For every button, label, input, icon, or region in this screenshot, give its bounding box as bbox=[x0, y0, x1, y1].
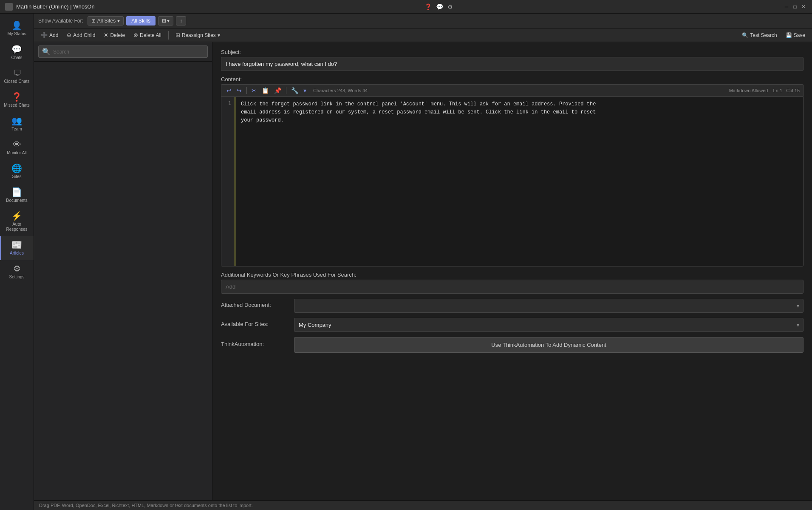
all-skills-button[interactable]: All Skills bbox=[126, 16, 156, 26]
search-input[interactable] bbox=[53, 49, 204, 55]
left-panel: 🔍 bbox=[34, 42, 212, 500]
add-child-icon: ⊕ bbox=[67, 32, 71, 38]
redo-button[interactable]: ↪ bbox=[235, 86, 243, 95]
sidebar-item-chats[interactable]: 💬 Chats bbox=[0, 41, 34, 65]
search-input-wrap: 🔍 bbox=[38, 45, 208, 58]
format-chevron[interactable]: ▾ bbox=[302, 86, 308, 95]
available-sites-label: Available For Sites: bbox=[221, 321, 289, 327]
app-icon bbox=[5, 3, 13, 11]
sidebar-item-team[interactable]: 👥 Team bbox=[0, 112, 34, 136]
sidebar-label-auto-responses: Auto Responses bbox=[2, 222, 32, 232]
sidebar-label-team: Team bbox=[11, 127, 22, 132]
editor-wrap[interactable]: 1 Click the forgot password link in the … bbox=[221, 96, 804, 266]
monitor-all-icon: 👁 bbox=[13, 140, 21, 149]
missed-chats-icon: ❓ bbox=[11, 93, 22, 101]
delete-all-icon: ⊗ bbox=[133, 32, 138, 38]
editor-position: Markdown Allowed Ln 1 Col 15 bbox=[729, 88, 800, 93]
content-area: Show Available For: ⊞ All Sites ▾ All Sk… bbox=[34, 14, 812, 510]
sidebar-item-missed-chats[interactable]: ❓ Missed Chats bbox=[0, 88, 34, 112]
sidebar-label-documents: Documents bbox=[6, 198, 28, 203]
format-button[interactable]: 🔧 bbox=[289, 86, 300, 95]
sort-icon: ↕ bbox=[180, 18, 182, 24]
sidebar: 👤 My Status 💬 Chats 🗨 Closed Chats ❓ Mis… bbox=[0, 14, 34, 510]
search-icon: 🔍 bbox=[42, 48, 51, 56]
save-icon: 💾 bbox=[786, 32, 792, 38]
available-sites-select[interactable]: My Company bbox=[294, 318, 804, 332]
chat-icon[interactable]: 💬 bbox=[436, 3, 443, 10]
sidebar-label-chats: Chats bbox=[11, 55, 22, 60]
sidebar-item-sites[interactable]: 🌐 Sites bbox=[0, 160, 34, 184]
delete-icon: ✕ bbox=[104, 32, 108, 38]
show-available-label: Show Available For: bbox=[38, 18, 83, 24]
keywords-input[interactable] bbox=[221, 280, 804, 294]
right-panel: Subject: Content: ↩ ↪ ✂ 📋 📌 🔧 bbox=[212, 42, 812, 500]
search-box: 🔍 bbox=[34, 42, 212, 62]
undo-button[interactable]: ↩ bbox=[225, 86, 233, 95]
articles-icon: 📰 bbox=[11, 241, 22, 249]
all-sites-label: All Sites bbox=[97, 18, 116, 24]
paste-button[interactable]: 📌 bbox=[272, 86, 283, 95]
available-sites-section: Available For Sites: My Company ▾ bbox=[221, 318, 804, 332]
sidebar-item-documents[interactable]: 📄 Documents bbox=[0, 184, 34, 207]
reassign-sites-button[interactable]: ⊞ Reassign Sites ▾ bbox=[173, 31, 223, 40]
subject-input[interactable] bbox=[221, 57, 804, 71]
auto-responses-icon: ⚡ bbox=[11, 212, 22, 220]
right-actions: 🔍 Test Search 💾 Save bbox=[739, 31, 808, 40]
title-bar-title: Martin Butler (Online) | WhosOn bbox=[16, 3, 95, 10]
add-label: Add bbox=[49, 32, 58, 38]
test-search-button[interactable]: 🔍 Test Search bbox=[739, 31, 779, 40]
filter-chevron: ▾ bbox=[167, 18, 170, 24]
content-section: Content: ↩ ↪ ✂ 📋 📌 🔧 ▾ Characters 248, W… bbox=[221, 76, 804, 266]
sidebar-label-missed-chats: Missed Chats bbox=[4, 103, 30, 108]
documents-icon: 📄 bbox=[11, 188, 22, 196]
sidebar-item-closed-chats[interactable]: 🗨 Closed Chats bbox=[0, 65, 34, 88]
closed-chats-icon: 🗨 bbox=[13, 69, 21, 77]
add-button[interactable]: ➕ Add bbox=[38, 31, 61, 40]
filter-button[interactable]: ⊞ ▾ bbox=[158, 16, 173, 26]
chats-icon: 💬 bbox=[11, 45, 22, 54]
main-layout: 👤 My Status 💬 Chats 🗨 Closed Chats ❓ Mis… bbox=[0, 14, 812, 510]
help-icon[interactable]: ❓ bbox=[424, 3, 432, 10]
sidebar-label-my-status: My Status bbox=[7, 31, 26, 37]
split-panel: 🔍 Subject: Content: ↩ ↪ bbox=[34, 42, 812, 500]
sidebar-item-settings[interactable]: ⚙ Settings bbox=[0, 260, 34, 284]
sidebar-label-monitor-all: Monitor All bbox=[7, 150, 27, 156]
line-number-1: 1 bbox=[224, 100, 231, 106]
my-status-icon: 👤 bbox=[11, 21, 22, 30]
sidebar-item-my-status[interactable]: 👤 My Status bbox=[0, 17, 34, 41]
attached-doc-select[interactable] bbox=[294, 299, 804, 313]
footer-text: Drag PDF, Word, OpenDoc, Excel, Richtext… bbox=[39, 503, 253, 508]
ln-indicator: Ln 1 bbox=[773, 88, 782, 93]
add-child-label: Add Child bbox=[73, 32, 95, 38]
attached-doc-select-wrap: ▾ bbox=[294, 299, 804, 313]
all-sites-dropdown[interactable]: ⊞ All Sites ▾ bbox=[88, 16, 124, 26]
attached-doc-label: Attached Document: bbox=[221, 302, 289, 308]
filter-icon: ⊞ bbox=[162, 18, 166, 24]
add-icon: ➕ bbox=[41, 32, 48, 38]
settings-icon[interactable]: ⚙ bbox=[447, 3, 453, 10]
action-separator bbox=[168, 31, 169, 40]
close-button[interactable]: ✕ bbox=[800, 3, 807, 10]
sidebar-item-articles[interactable]: 📰 Articles bbox=[0, 236, 34, 260]
maximize-button[interactable]: □ bbox=[792, 3, 798, 10]
sidebar-item-monitor-all[interactable]: 👁 Monitor All bbox=[0, 136, 34, 160]
team-icon: 👥 bbox=[11, 116, 22, 125]
save-button[interactable]: 💾 Save bbox=[783, 31, 808, 40]
editor-content[interactable]: Click the forgot password link in the co… bbox=[236, 97, 803, 266]
subject-label: Subject: bbox=[221, 49, 804, 55]
keywords-section: Additional Keywords Or Key Phrases Used … bbox=[221, 272, 804, 294]
sidebar-item-auto-responses[interactable]: ⚡ Auto Responses bbox=[0, 207, 34, 236]
reassign-label: Reassign Sites bbox=[182, 32, 216, 38]
sort-button[interactable]: ↕ bbox=[176, 16, 186, 26]
markdown-allowed: Markdown Allowed bbox=[729, 88, 768, 93]
minimize-button[interactable]: ─ bbox=[783, 3, 790, 10]
add-child-button[interactable]: ⊕ Add Child bbox=[64, 31, 98, 40]
delete-button[interactable]: ✕ Delete bbox=[101, 31, 127, 40]
sidebar-label-closed-chats: Closed Chats bbox=[4, 79, 29, 84]
reassign-icon: ⊞ bbox=[175, 32, 180, 38]
delete-all-button[interactable]: ⊗ Delete All bbox=[131, 31, 164, 40]
think-button[interactable]: Use ThinkAutomation To Add Dynamic Conte… bbox=[294, 337, 804, 353]
action-bar: ➕ Add ⊕ Add Child ✕ Delete ⊗ Delete All … bbox=[34, 28, 812, 42]
copy-button[interactable]: 📋 bbox=[260, 86, 271, 95]
cut-button[interactable]: ✂ bbox=[250, 86, 258, 95]
